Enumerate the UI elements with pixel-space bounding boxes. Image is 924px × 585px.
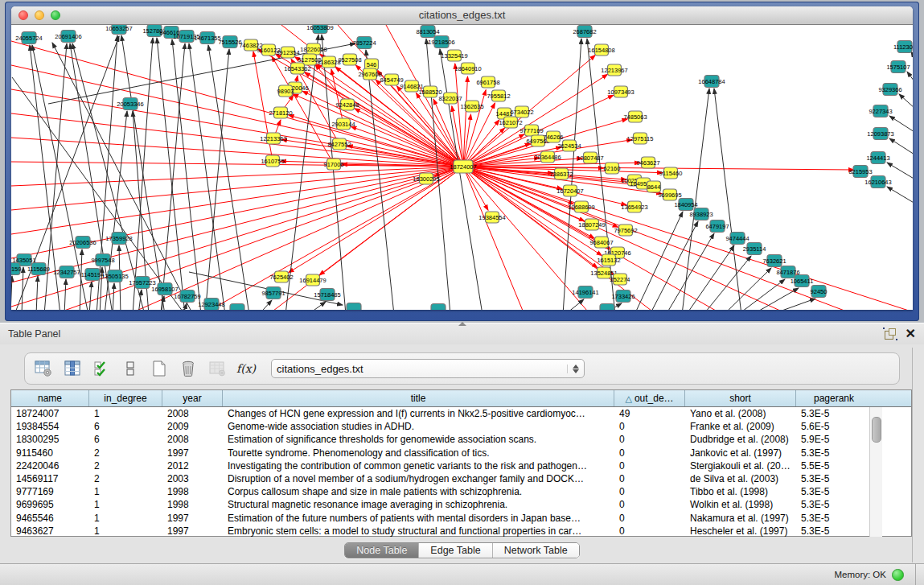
- graph-node[interactable]: 8322037: [438, 93, 462, 104]
- table-row[interactable]: 1456911722003Disruption of a novel membe…: [11, 472, 911, 485]
- graph-node[interactable]: 18640910: [454, 63, 481, 74]
- graph-node[interactable]: 6961758: [476, 76, 499, 88]
- column-header-name[interactable]: name: [11, 390, 89, 406]
- graph-node[interactable]: 1115689: [27, 263, 50, 275]
- table-row[interactable]: 911546021997Tourette syndrome. Phenomeno…: [11, 447, 911, 459]
- row-height-icon[interactable]: [121, 360, 139, 377]
- graph-node[interactable]: 8215953: [848, 166, 872, 178]
- graph-node[interactable]: 19384554: [478, 212, 505, 223]
- graph-node[interactable]: 20364486: [534, 151, 561, 163]
- graph-node[interactable]: 10688609: [568, 201, 594, 212]
- column-header-pagerank[interactable]: pagerank: [796, 390, 872, 406]
- graph-node[interactable]: 16720407: [556, 185, 583, 196]
- network-graph-canvas[interactable]: 2405572420691406106532571527802846616010…: [11, 25, 913, 310]
- graph-node[interactable]: 92450: [811, 286, 827, 298]
- graph-node[interactable]: 746266: [543, 131, 563, 142]
- table-row[interactable]: 1872400712008Changes of HCN gene express…: [11, 407, 911, 420]
- graph-node[interactable]: 2967608: [358, 68, 381, 80]
- graph-node[interactable]: 6734022: [510, 106, 533, 117]
- graph-node[interactable]: 18724007: [450, 160, 476, 173]
- graph-node[interactable]: 2718120: [269, 107, 292, 118]
- column-header-title[interactable]: title: [223, 390, 614, 406]
- graph-node[interactable]: 3624534: [557, 140, 581, 151]
- graph-node[interactable]: 8938923: [689, 208, 713, 220]
- graph-node[interactable]: 1733426: [611, 290, 634, 303]
- graph-node[interactable]: 13654923: [621, 201, 647, 212]
- table-row[interactable]: 977716911998Corpus callosum shape and si…: [11, 485, 911, 498]
- graph-node[interactable]: 16648784: [698, 76, 725, 88]
- graph-node[interactable]: 9527508: [338, 54, 361, 65]
- graph-node[interactable]: 62160: [604, 163, 621, 174]
- graph-node[interactable]: 9997548: [91, 254, 114, 266]
- float-panel-icon[interactable]: [885, 328, 896, 340]
- graph-node[interactable]: 2935114: [743, 243, 766, 255]
- table-row[interactable]: 1830029562008Estimation of significance …: [11, 433, 911, 446]
- graph-node[interactable]: 9227343: [869, 105, 892, 117]
- graph-node[interactable]: 7955812: [487, 90, 510, 101]
- graph-node[interactable]: 98903: [277, 85, 294, 97]
- graph-node[interactable]: 20691406: [55, 31, 81, 43]
- graph-node[interactable]: 9474444: [725, 233, 749, 245]
- column-header-year[interactable]: year: [162, 390, 223, 406]
- graph-node[interactable]: 16154808: [588, 44, 614, 56]
- graph-node[interactable]: [600, 304, 614, 311]
- graph-node[interactable]: 9857791: [261, 287, 285, 299]
- column-header-short[interactable]: short: [685, 390, 796, 406]
- graph-node[interactable]: [230, 304, 244, 311]
- graph-node[interactable]: 7485063: [623, 111, 647, 122]
- panel-resize-grip[interactable]: [458, 322, 466, 326]
- graph-node[interactable]: 2903144: [331, 118, 355, 130]
- graph-node[interactable]: 6479197: [705, 220, 729, 233]
- graph-node[interactable]: 20206536: [69, 237, 96, 249]
- delete-trash-icon[interactable]: [179, 360, 197, 377]
- function-builder-icon[interactable]: f(x): [237, 360, 255, 377]
- graph-node[interactable]: 14196141: [572, 286, 598, 299]
- graph-node[interactable]: 10973493: [607, 86, 634, 97]
- graph-node[interactable]: [431, 304, 446, 311]
- graph-node[interactable]: 19218506: [428, 36, 454, 48]
- graph-node[interactable]: 917006: [323, 159, 343, 170]
- table-selector-dropdown[interactable]: citations_edges.txt: [271, 359, 585, 378]
- graph-node[interactable]: 7975692: [614, 225, 637, 236]
- graph-node[interactable]: [347, 303, 361, 311]
- graph-node[interactable]: 1244413: [866, 152, 889, 164]
- new-document-icon[interactable]: [150, 360, 168, 377]
- graph-node[interactable]: 16053809: [306, 25, 333, 34]
- column-header-in_degree[interactable]: in_degree: [89, 390, 162, 406]
- graph-node[interactable]: 14671355: [194, 32, 220, 44]
- graph-node[interactable]: 12093873: [867, 128, 893, 140]
- graph-node[interactable]: 16782759: [174, 290, 200, 303]
- graph-node[interactable]: 16543362: [284, 63, 310, 74]
- table-row[interactable]: 1938455462009Genome-wide association stu…: [11, 420, 911, 433]
- graph-node[interactable]: 17359928: [105, 233, 132, 245]
- vertical-scrollbar[interactable]: [869, 407, 882, 537]
- graph-node[interactable]: 12213967: [601, 64, 627, 76]
- graph-node[interactable]: 16210643: [864, 176, 891, 188]
- graph-node[interactable]: 10653257: [105, 25, 132, 35]
- graph-node[interactable]: 15718485: [314, 289, 340, 301]
- graph-node[interactable]: 7857224: [352, 37, 376, 49]
- graph-node[interactable]: 9684067: [589, 237, 613, 248]
- graph-node[interactable]: 2687682: [573, 26, 596, 38]
- close-panel-icon[interactable]: ✕: [906, 328, 916, 340]
- tab-edge-table[interactable]: Edge Table: [419, 543, 492, 558]
- tab-network-table[interactable]: Network Table: [493, 543, 579, 558]
- graph-node[interactable]: 16914479: [299, 274, 326, 286]
- graph-node[interactable]: 9699695: [658, 189, 681, 200]
- table-row[interactable]: 946362711997Embryonic stem cells: a mode…: [11, 525, 911, 538]
- scrollbar-thumb[interactable]: [872, 417, 881, 443]
- graph-node[interactable]: 18807249: [578, 219, 605, 230]
- graph-node[interactable]: 1112304: [893, 41, 913, 53]
- table-header-row[interactable]: namein_degreeyeartitle△out_de…shortpager…: [11, 390, 911, 407]
- network-svg[interactable]: 2405572420691406106532571527802846616010…: [11, 25, 913, 310]
- graph-node[interactable]: 1362635: [460, 101, 483, 112]
- graph-node[interactable]: 13505135: [101, 270, 128, 282]
- graph-node[interactable]: 1065411: [791, 275, 814, 287]
- graph-node[interactable]: 1575107: [886, 61, 910, 73]
- column-header-out_de[interactable]: △out_de…: [614, 390, 685, 406]
- table-settings-icon[interactable]: [35, 360, 52, 377]
- graph-node[interactable]: 7515526: [218, 36, 241, 48]
- graph-node[interactable]: 252274: [610, 274, 630, 285]
- select-rows-icon[interactable]: [92, 360, 110, 377]
- graph-node[interactable]: 12213363: [260, 133, 286, 144]
